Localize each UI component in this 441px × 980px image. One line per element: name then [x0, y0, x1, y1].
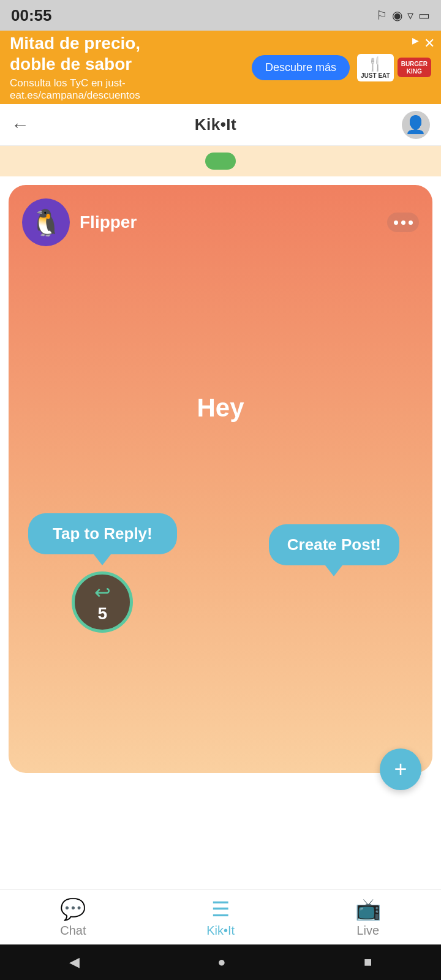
android-home-button[interactable]: ● — [217, 954, 225, 970]
ad-logos: 🍴 JUST EAT BURGERKING — [357, 54, 431, 81]
tap-reply-button[interactable]: Tap to Reply! — [28, 513, 177, 554]
nav-item-live[interactable]: 📺 Live — [355, 897, 381, 938]
android-back-button[interactable]: ◀ — [69, 954, 80, 970]
kikit-icon: ☰ — [211, 897, 230, 921]
ad-banner: Mitad de precio,doble de sabor Consulta … — [0, 31, 441, 104]
fab-plus-icon: + — [394, 756, 407, 782]
card-avatar[interactable]: 🐧 — [22, 198, 70, 246]
card-user-info: 🐧 Flipper — [22, 198, 137, 246]
bottom-actions: Tap to Reply! ↩ 5 Create Post! — [22, 440, 419, 633]
card-username: Flipper — [80, 213, 137, 232]
create-post-button[interactable]: Create Post! — [269, 524, 399, 565]
reply-count: 5 — [98, 604, 108, 624]
profile-icon: 👤 — [405, 115, 426, 135]
card-message: Hey — [22, 393, 419, 423]
nav-label-live: Live — [356, 924, 379, 938]
menu-dot-3 — [409, 221, 413, 225]
back-button[interactable]: ← — [11, 115, 29, 135]
nav-label-chat: Chat — [60, 924, 86, 938]
prev-message-bar — [0, 146, 441, 176]
fab-button[interactable]: + — [380, 748, 421, 790]
wifi-icon: ▿ — [407, 8, 413, 23]
location-icon: ◉ — [392, 8, 402, 23]
card-menu-button[interactable] — [387, 213, 419, 232]
battery-icon: ▭ — [418, 8, 430, 23]
reply-counter-circle[interactable]: ↩ 5 — [72, 571, 133, 633]
prev-msg-indicator — [205, 153, 236, 170]
ad-discover-button[interactable]: Descubre más — [252, 55, 350, 80]
live-icon: 📺 — [355, 897, 381, 921]
ad-title: Mitad de precio,doble de sabor — [10, 33, 252, 74]
just-eat-logo: 🍴 JUST EAT — [357, 54, 394, 81]
bottom-nav: 💬 Chat ☰ Kik•It 📺 Live — [0, 889, 441, 944]
ad-subtitle: Consulta los TyC en just-eat.es/campana/… — [10, 77, 252, 102]
android-recent-button[interactable]: ■ — [364, 954, 372, 970]
flipper-avatar-icon: 🐧 — [30, 208, 62, 238]
android-nav: ◀ ● ■ — [0, 944, 441, 980]
notification-icon: ⚐ — [376, 8, 387, 23]
profile-avatar-header[interactable]: 👤 — [402, 111, 430, 139]
nav-label-kikit: Kik•It — [206, 924, 235, 938]
app-header: ← Kik•It 👤 — [0, 104, 441, 146]
menu-dot-1 — [394, 221, 398, 225]
burger-king-logo: BURGERKING — [398, 58, 431, 77]
chat-icon: 💬 — [60, 897, 86, 921]
tap-reply-container: Tap to Reply! ↩ 5 — [28, 513, 177, 633]
nav-item-kikit[interactable]: ☰ Kik•It — [206, 897, 235, 938]
adchoice-icon: ▶ — [412, 36, 419, 45]
card-header: 🐧 Flipper — [22, 198, 419, 246]
menu-dot-2 — [401, 221, 405, 225]
reply-arrow-icon: ↩ — [94, 581, 111, 604]
nav-item-chat[interactable]: 💬 Chat — [60, 897, 86, 938]
main-card: 🐧 Flipper Hey Tap to Reply! ↩ 5 Create P… — [9, 185, 432, 773]
status-time: 00:55 — [11, 6, 52, 25]
app-title: Kik•It — [195, 115, 236, 134]
status-icons: ⚐ ◉ ▿ ▭ — [376, 8, 430, 23]
ad-close-button[interactable]: ✕ — [424, 36, 435, 51]
status-bar: 00:55 ⚐ ◉ ▿ ▭ — [0, 0, 441, 31]
card-body: Hey — [22, 393, 419, 423]
ad-text-block: Mitad de precio,doble de sabor Consulta … — [10, 33, 252, 101]
